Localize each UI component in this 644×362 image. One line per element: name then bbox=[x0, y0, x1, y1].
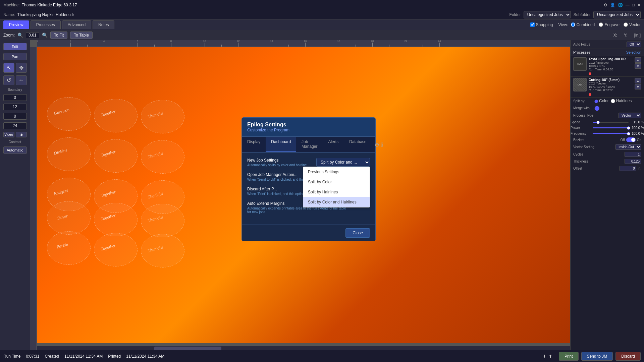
cycles-input[interactable] bbox=[625, 152, 641, 157]
download-icon[interactable]: ⬇ bbox=[543, 354, 546, 359]
view-options: View: Combined Engrave Vector bbox=[558, 22, 641, 27]
napkin-shape bbox=[141, 204, 184, 237]
upload-icon[interactable]: ⬆ bbox=[549, 354, 552, 359]
tab-preview[interactable]: Preview bbox=[3, 20, 29, 29]
process-item-1: TEXT Text/Clipar...ing 300 DPI CO2 / Eng… bbox=[571, 56, 644, 77]
dropdown-previous-settings[interactable]: Previous Settings bbox=[303, 167, 370, 177]
rotate-tool[interactable]: ↺ bbox=[3, 75, 14, 85]
autofocus-select[interactable]: Off On bbox=[627, 42, 641, 47]
beziers-label: Beziers bbox=[573, 138, 584, 142]
freq-thumb[interactable] bbox=[627, 132, 630, 135]
maximize-icon[interactable]: □ bbox=[632, 3, 635, 7]
boundary-y2[interactable] bbox=[3, 122, 27, 129]
created-value: 11/11/2024 11:34 AM bbox=[64, 354, 103, 359]
process-type-select[interactable]: Vector Engrave bbox=[619, 113, 641, 118]
video-button[interactable]: Video bbox=[3, 132, 14, 137]
process-thumb-2: CUT bbox=[573, 78, 587, 92]
print-button[interactable]: Print bbox=[559, 352, 579, 361]
zoom-in-icon[interactable]: 🔍 bbox=[42, 33, 48, 38]
beziers-on-label: On bbox=[637, 138, 641, 142]
printed-value: 11/11/2024 11:34 AM bbox=[126, 354, 164, 359]
napkin-shape bbox=[94, 233, 138, 266]
dialog-close-button[interactable]: Close bbox=[345, 228, 370, 238]
discard-button[interactable]: Discard bbox=[615, 352, 641, 361]
snapping-checkbox[interactable] bbox=[530, 22, 535, 27]
process-action-dn-1[interactable]: ▼ bbox=[635, 63, 641, 69]
horizontal-scrollbar[interactable] bbox=[37, 346, 570, 350]
beziers-toggle-track[interactable] bbox=[626, 137, 636, 142]
tab-advanced[interactable]: Advanced bbox=[62, 20, 91, 29]
napkin-shape bbox=[141, 100, 184, 133]
freq-slider[interactable] bbox=[593, 133, 629, 134]
units-label: [in.] bbox=[634, 33, 641, 38]
napkin-shape bbox=[141, 234, 184, 267]
arrow-tool[interactable]: ↖ bbox=[3, 63, 14, 73]
dropdown-split-by-color-and-hairlines[interactable]: Split by Color and Hairlines bbox=[303, 197, 370, 207]
edit-button[interactable]: Edit bbox=[3, 43, 27, 50]
new-job-settings-select[interactable]: Split by Color and ... bbox=[316, 158, 370, 167]
thickness-input[interactable] bbox=[625, 159, 641, 164]
view-engrave[interactable]: Engrave bbox=[599, 22, 620, 27]
to-table-button[interactable]: To Table bbox=[70, 32, 92, 39]
offset-input[interactable] bbox=[620, 166, 636, 171]
power-thumb[interactable] bbox=[627, 126, 630, 130]
process-action-up-2[interactable]: ▲ bbox=[635, 78, 641, 83]
power-value: 100.0 % bbox=[631, 126, 644, 130]
dropdown-split-by-color[interactable]: Split by Color bbox=[303, 177, 370, 187]
dialog-subtitle: Customize the Program bbox=[247, 128, 370, 132]
boundary-x2[interactable] bbox=[3, 104, 27, 110]
toolbar: Zoom: 🔍 0.61 🔍 To Fit To Table X: Y: [in… bbox=[0, 30, 644, 40]
split-color-option[interactable]: ⬤ Color bbox=[594, 99, 609, 103]
tab-notes[interactable]: Notes bbox=[93, 20, 114, 29]
power-slider[interactable] bbox=[593, 127, 629, 128]
user-icon[interactable]: 👤 bbox=[610, 3, 615, 7]
beziers-toggle: Off On bbox=[621, 137, 642, 142]
move-tool[interactable]: ✥ bbox=[16, 63, 27, 73]
dropdown-split-by-hairlines[interactable]: Split by Hairlines bbox=[303, 187, 370, 197]
boundary-x1[interactable] bbox=[3, 94, 27, 101]
process-action-up-1[interactable]: ▲ bbox=[635, 57, 641, 63]
contrast-button[interactable]: ◑ bbox=[16, 132, 27, 137]
close-window-icon[interactable]: ✕ bbox=[637, 3, 641, 7]
dialog-body: New Job Settings Automatically splits by… bbox=[242, 153, 375, 225]
selection-label[interactable]: Selection bbox=[626, 50, 641, 54]
right-panel: Auto Focus Off On Processes Selection TE… bbox=[570, 40, 644, 350]
to-fit-button[interactable]: To Fit bbox=[50, 32, 67, 39]
napkin-shape bbox=[47, 137, 91, 171]
process-actions-1: ▲ ▼ bbox=[635, 57, 641, 69]
subfolder-select[interactable]: Uncategorized Jobs bbox=[593, 11, 641, 18]
dialog-add-icon[interactable]: ⊕ bbox=[375, 141, 379, 148]
flip-tool[interactable]: ↔ bbox=[16, 75, 27, 85]
process-action-dn-2[interactable]: ▼ bbox=[635, 84, 641, 89]
vector-sorting-select[interactable]: Inside-Out Outside-In bbox=[615, 144, 641, 150]
created-label: Created bbox=[45, 354, 59, 359]
folder-select[interactable]: Uncategorized Jobs bbox=[524, 11, 571, 18]
view-combined[interactable]: Combined bbox=[571, 22, 595, 27]
minimize-icon[interactable]: — bbox=[626, 3, 630, 7]
automatic-button[interactable]: Automatic bbox=[3, 146, 27, 154]
dialog-tab-display[interactable]: Display bbox=[242, 137, 266, 152]
napkin-shape bbox=[141, 140, 184, 174]
scrollbar-thumb[interactable] bbox=[154, 347, 221, 350]
split-by-label: Split by: bbox=[573, 99, 592, 103]
settings-icon[interactable]: ⚙ bbox=[604, 3, 607, 7]
dialog-help-icon[interactable]: ℹ bbox=[381, 141, 383, 148]
dialog-tab-dashboard[interactable]: Dashboard bbox=[266, 137, 296, 152]
zoom-out-icon[interactable]: 🔍 bbox=[17, 33, 23, 38]
dialog-tab-alerts[interactable]: Alerts bbox=[323, 137, 344, 152]
network-icon[interactable]: 🌐 bbox=[618, 3, 623, 7]
split-hairlines-option[interactable]: Hairlines bbox=[611, 99, 632, 103]
tab-processes[interactable]: Processes bbox=[31, 20, 61, 29]
process-thumb-1: TEXT bbox=[573, 57, 587, 71]
napkin-shape bbox=[47, 201, 91, 235]
send-to-jm-button[interactable]: Send to JM bbox=[581, 352, 613, 361]
dialog-tab-database[interactable]: Database bbox=[344, 137, 372, 152]
speed-slider[interactable] bbox=[593, 122, 629, 123]
coord-display: X: Y: [in.] bbox=[613, 33, 641, 38]
dialog-tab-job-manager[interactable]: Job Manager bbox=[296, 137, 323, 152]
view-vector[interactable]: Vector bbox=[624, 22, 641, 27]
boundary-y1[interactable] bbox=[3, 113, 27, 120]
speed-thumb[interactable] bbox=[596, 121, 600, 124]
pan-button[interactable]: Pan bbox=[3, 53, 27, 60]
process-status-2 bbox=[589, 93, 591, 96]
